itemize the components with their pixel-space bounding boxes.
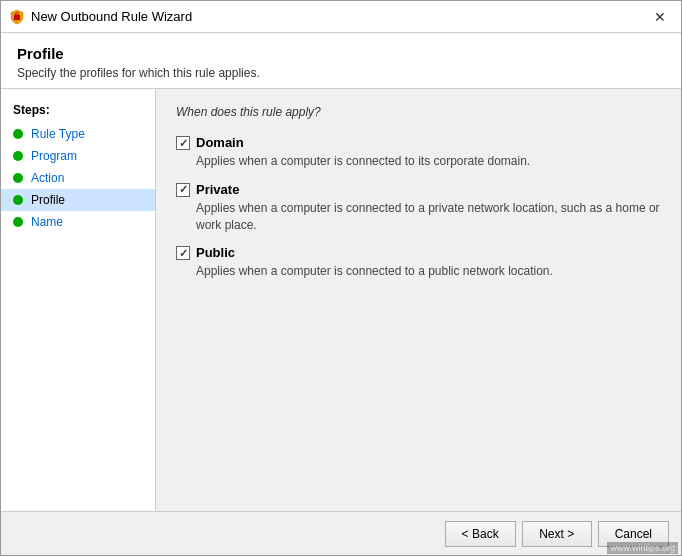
- step-dot-program: [13, 151, 23, 161]
- private-checkbox[interactable]: [176, 183, 190, 197]
- page-title: Profile: [17, 45, 665, 62]
- sidebar-item-profile[interactable]: Profile: [1, 189, 155, 211]
- main-body: Steps: Rule Type Program Action Profile …: [1, 89, 681, 511]
- sidebar-item-label: Profile: [31, 193, 65, 207]
- step-dot-name: [13, 217, 23, 227]
- option-domain: Domain Applies when a computer is connec…: [176, 135, 661, 170]
- next-button[interactable]: Next >: [522, 521, 592, 547]
- sidebar-item-label: Name: [31, 215, 63, 229]
- app-icon: [9, 9, 25, 25]
- domain-label: Domain: [196, 135, 244, 150]
- sidebar-item-action[interactable]: Action: [1, 167, 155, 189]
- option-private-header: Private: [176, 182, 661, 197]
- sidebar-item-label: Program: [31, 149, 77, 163]
- page-subtitle: Specify the profiles for which this rule…: [17, 66, 665, 80]
- wizard-header: Profile Specify the profiles for which t…: [1, 33, 681, 89]
- public-label: Public: [196, 245, 235, 260]
- public-checkbox-label[interactable]: Public: [176, 245, 235, 260]
- panel-question: When does this rule apply?: [176, 105, 661, 119]
- domain-description: Applies when a computer is connected to …: [196, 153, 661, 170]
- wizard-window: New Outbound Rule Wizard ✕ Profile Speci…: [0, 0, 682, 556]
- option-domain-header: Domain: [176, 135, 661, 150]
- step-dot-profile: [13, 195, 23, 205]
- public-description: Applies when a computer is connected to …: [196, 263, 661, 280]
- domain-checkbox[interactable]: [176, 136, 190, 150]
- private-checkbox-label[interactable]: Private: [176, 182, 239, 197]
- step-dot-action: [13, 173, 23, 183]
- option-public-header: Public: [176, 245, 661, 260]
- wizard-footer: < Back Next > Cancel: [1, 511, 681, 555]
- domain-checkbox-label[interactable]: Domain: [176, 135, 244, 150]
- close-button[interactable]: ✕: [647, 7, 673, 27]
- sidebar-item-name[interactable]: Name: [1, 211, 155, 233]
- steps-label: Steps:: [1, 99, 155, 123]
- content-panel: When does this rule apply? Domain Applie…: [156, 89, 681, 511]
- step-dot-rule-type: [13, 129, 23, 139]
- sidebar-item-rule-type[interactable]: Rule Type: [1, 123, 155, 145]
- option-public: Public Applies when a computer is connec…: [176, 245, 661, 280]
- sidebar-item-label: Action: [31, 171, 64, 185]
- window-title: New Outbound Rule Wizard: [31, 9, 647, 24]
- back-button[interactable]: < Back: [445, 521, 516, 547]
- option-private: Private Applies when a computer is conne…: [176, 182, 661, 234]
- sidebar-item-program[interactable]: Program: [1, 145, 155, 167]
- private-label: Private: [196, 182, 239, 197]
- private-description: Applies when a computer is connected to …: [196, 200, 661, 234]
- sidebar-item-label: Rule Type: [31, 127, 85, 141]
- cancel-button[interactable]: Cancel: [598, 521, 669, 547]
- title-bar: New Outbound Rule Wizard ✕: [1, 1, 681, 33]
- public-checkbox[interactable]: [176, 246, 190, 260]
- sidebar: Steps: Rule Type Program Action Profile …: [1, 89, 156, 511]
